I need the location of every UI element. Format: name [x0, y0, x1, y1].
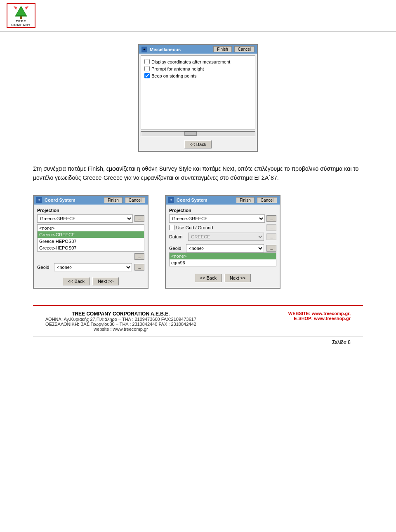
left-coord-dialog: ✦ Coord System Finish Cancel Projection …: [33, 195, 148, 289]
right-projection-select[interactable]: Greece-GREECE: [169, 214, 265, 223]
scrollbar-thumb: [184, 132, 197, 136]
footer-right: WEBSITE: www.treecomp.gr, E-SHOP: www.tr…: [288, 311, 351, 321]
right-use-grid-row: Use Grid / Ground ...: [169, 224, 276, 231]
misc-titlebar: ✦ Miscellaneous Finish Cancel: [139, 45, 257, 54]
svg-marker-3: [14, 6, 17, 10]
left-coord-titlebar: ✦ Coord System Finish Cancel: [34, 196, 148, 205]
logo-text-company: COMPANY: [11, 23, 31, 27]
footer-website-label: WEBSITE: www.treecomp.gr,: [288, 311, 351, 316]
checkbox-display-coords-label: Display coordinates after measurement: [151, 59, 230, 64]
left-geoid-label: Geoid: [37, 265, 52, 270]
right-datum-dots[interactable]: ...: [266, 233, 276, 240]
left-dropdown-dots[interactable]: ...: [134, 253, 144, 260]
right-coord-footer: << Back Next >>: [166, 271, 280, 285]
miscellaneous-dialog: ✦ Miscellaneous Finish Cancel Display co…: [138, 44, 258, 152]
checkbox-antenna-height-label: Prompt for antenna height: [151, 66, 204, 71]
logo-text-tree: TREE: [16, 19, 26, 23]
left-coord-body: Projection Greece-GREECE ... <none> Gree…: [34, 205, 148, 275]
misc-back-button[interactable]: << Back: [184, 140, 212, 148]
left-geoid-row: Geoid <none> ...: [37, 263, 144, 271]
footer-left: TREE COMPANY CORPORATION A.E.B.E. ΑΘΗΝΑ:…: [45, 311, 196, 332]
misc-finish-button[interactable]: Finish: [213, 46, 232, 52]
right-datum-select[interactable]: GREECE: [188, 233, 264, 241]
right-coord-body: Projection Greece-GREECE ... Use Grid / …: [166, 205, 280, 271]
right-projection-dots[interactable]: ...: [266, 215, 276, 222]
misc-cancel-button[interactable]: Cancel: [234, 46, 255, 52]
checkbox-antenna-height-input[interactable]: [144, 66, 150, 71]
left-projection-row: Greece-GREECE ...: [37, 214, 144, 223]
main-content: ✦ Miscellaneous Finish Cancel Display co…: [0, 32, 396, 360]
left-back-button[interactable]: << Back: [63, 277, 90, 285]
left-geoid-select[interactable]: <none>: [54, 263, 132, 271]
right-geoid-egm96[interactable]: egm96: [170, 259, 276, 266]
tree-icon: [13, 5, 29, 19]
right-cancel-button[interactable]: Cancel: [257, 197, 277, 203]
svg-rect-2: [20, 16, 22, 19]
right-geoid-select[interactable]: <none> egm96: [186, 244, 264, 252]
checkbox-display-coords-input[interactable]: [144, 59, 150, 64]
right-geoid-dots[interactable]: ...: [266, 245, 276, 252]
misc-title-icon: ✦: [141, 47, 147, 52]
left-geoid-dots[interactable]: ...: [134, 264, 144, 271]
right-use-grid-checkbox[interactable]: [169, 225, 174, 230]
left-projection-dots[interactable]: ...: [134, 215, 144, 222]
misc-footer: << Back: [139, 138, 257, 151]
svg-marker-4: [25, 6, 28, 10]
left-projection-dropdown: <none> Greece-GREECE Greece-HEPOS87 Gree…: [37, 224, 144, 252]
left-next-button[interactable]: Next >>: [92, 277, 119, 285]
left-finish-button[interactable]: Finish: [104, 197, 123, 203]
footer-eshop-label: E-SHOP: www.treeshop.gr: [288, 316, 351, 321]
checkbox-display-coords: Display coordinates after measurement: [144, 59, 252, 64]
right-coord-dialog: ✦ Coord System Finish Cancel Projection …: [165, 195, 280, 289]
right-coord-titlebar: ✦ Coord System Finish Cancel: [166, 196, 280, 205]
right-geoid-dropdown: <none> egm96: [169, 252, 276, 266]
left-coord-footer: << Back Next >>: [34, 275, 148, 288]
page-number: Σελίδα 8: [33, 337, 363, 348]
right-geoid-none[interactable]: <none>: [170, 253, 276, 259]
footer-website: website : www.treecomp.gr: [45, 327, 196, 332]
coord-panels: ✦ Coord System Finish Cancel Projection …: [33, 195, 363, 289]
right-use-grid-dots[interactable]: ...: [266, 224, 276, 231]
footer-address2: ΘΕΣΣΑΛΟΝΙΚΗ: ΒΑΣ.Γεωργίου30 – ΤΗΛ : 2310…: [45, 322, 196, 327]
left-projection-select[interactable]: Greece-GREECE: [37, 214, 133, 223]
right-projection-label: Projection: [169, 208, 276, 213]
body-description: Στη συνέχεια πατάμε Finish, εμφανίζεται …: [33, 164, 363, 183]
right-next-button[interactable]: Next >>: [224, 274, 251, 282]
left-dropdown-none[interactable]: <none>: [38, 225, 144, 231]
company-logo: TREE COMPANY: [7, 3, 35, 28]
left-dropdown-greece[interactable]: Greece-GREECE: [38, 231, 144, 238]
checkbox-beep-storing-input[interactable]: [144, 73, 150, 78]
right-coord-icon: ✦: [168, 197, 174, 203]
left-coord-icon: ✦: [36, 197, 42, 203]
page-header: TREE COMPANY: [0, 0, 396, 32]
right-use-grid-label: Use Grid / Ground: [176, 225, 213, 230]
misc-title: Miscellaneous: [150, 47, 211, 52]
checkbox-beep-storing-label: Beep on storing points: [151, 73, 196, 78]
checkbox-beep-storing: Beep on storing points: [144, 73, 252, 78]
checkbox-antenna-height: Prompt for antenna height: [144, 66, 252, 71]
left-cancel-button[interactable]: Cancel: [125, 197, 145, 203]
right-geoid-label: Geoid: [169, 246, 184, 251]
company-name: TREE COMPANY CORPORATION A.E.B.E.: [45, 311, 196, 317]
right-finish-button[interactable]: Finish: [236, 197, 255, 203]
right-back-button[interactable]: << Back: [195, 274, 222, 282]
misc-body: Display coordinates after measurement Pr…: [141, 55, 255, 129]
left-dropdown-hepos07[interactable]: Greece-HEPOS07: [38, 245, 144, 251]
right-datum-row: Datum GREECE ...: [169, 233, 276, 241]
right-projection-row: Greece-GREECE ...: [169, 214, 276, 223]
right-datum-label: Datum: [169, 234, 186, 239]
page-footer: TREE COMPANY CORPORATION A.E.B.E. ΑΘΗΝΑ:…: [33, 305, 363, 337]
right-coord-title: Coord System: [177, 198, 233, 202]
svg-marker-1: [16, 7, 26, 15]
left-dropdown-hepos87[interactable]: Greece-HEPOS87: [38, 238, 144, 245]
right-geoid-row: Geoid <none> egm96 ...: [169, 244, 276, 252]
left-projection-label: Projection: [37, 208, 144, 213]
left-coord-title: Coord System: [45, 198, 101, 202]
footer-address1: ΑΘΗΝΑ: Αγ.Κυριακής 27,Π.Φάληρο – ΤΗΛ : 2…: [45, 317, 196, 322]
scrollbar-area: [141, 131, 255, 136]
